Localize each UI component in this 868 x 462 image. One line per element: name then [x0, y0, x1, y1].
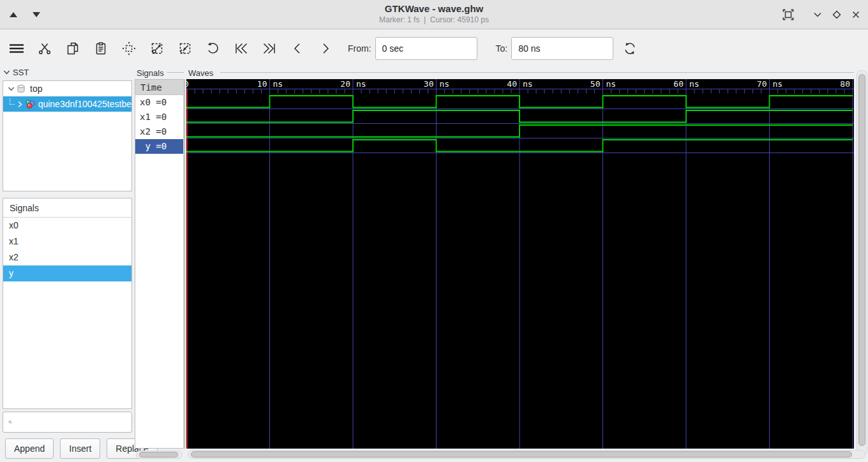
wave-row-x2[interactable]: x2 =0	[135, 124, 183, 139]
time-header[interactable]: Time	[135, 80, 183, 95]
undo-icon	[206, 41, 221, 56]
signal-search[interactable]	[3, 412, 132, 433]
signal-browser-header: Signals	[3, 198, 131, 218]
sst-label: SST	[13, 68, 29, 77]
trace-x0	[186, 96, 853, 108]
reload-button[interactable]	[618, 36, 642, 61]
signal-item-x0[interactable]: x0	[3, 218, 131, 234]
wave-row-x1[interactable]: x1 =0	[135, 110, 183, 124]
from-label: From:	[348, 43, 371, 54]
timeline-tick-20: 20	[308, 79, 350, 89]
close-button[interactable]	[848, 6, 864, 23]
cut-icon	[37, 41, 52, 56]
fit-window-button[interactable]	[780, 6, 797, 23]
timeline-unit: ns	[689, 79, 700, 89]
tree-item-top[interactable]: top	[3, 81, 131, 96]
timeline-tick-80: 80	[808, 79, 850, 89]
timeline-unit: ns	[356, 79, 366, 89]
tree-guide	[10, 98, 15, 105]
copy-button[interactable]	[61, 36, 85, 61]
signal-item-x1[interactable]: x1	[3, 234, 131, 250]
insert-button[interactable]: Insert	[60, 438, 100, 459]
timeline-tick-10: 10	[225, 79, 267, 89]
timeline-unit: ns	[606, 79, 617, 89]
paste-icon	[93, 41, 108, 56]
timeline-tick-0: 0	[186, 79, 189, 89]
timeline-tick-70: 70	[725, 79, 767, 89]
waveform-plot	[186, 79, 854, 449]
timeline-unit: ns	[773, 79, 783, 89]
from-time-input[interactable]	[375, 37, 477, 60]
tree-item-quine3dnf100425testbe[interactable]: quine3dnf100425testbe	[3, 96, 131, 112]
names-hscrollbar[interactable]	[136, 451, 183, 459]
waves-panel-label: Waves	[188, 68, 213, 78]
sst-frame-header[interactable]: SST	[3, 68, 29, 77]
timeline-unit: ns	[440, 79, 450, 89]
go-first-icon	[234, 41, 249, 56]
trace-x1	[186, 110, 853, 123]
chevron-down-icon	[812, 9, 823, 20]
wave-name-column: Time x0 =0x1 =0x2 =0 y =0	[135, 79, 184, 449]
trace-x2	[186, 125, 853, 137]
tree-item-label: quine3dnf100425testbe	[38, 99, 131, 109]
to-time-input[interactable]	[511, 37, 613, 60]
expander-down-icon[interactable]	[6, 84, 16, 94]
go-first-button[interactable]	[229, 36, 253, 61]
append-button[interactable]: Append	[5, 438, 54, 459]
timeline-tick-40: 40	[475, 79, 517, 89]
zoom-in-icon	[149, 41, 165, 56]
zoom-fit-icon	[121, 41, 137, 56]
expander-down-icon	[3, 68, 11, 77]
go-prev-icon	[290, 41, 305, 56]
waves-vscrollbar[interactable]	[857, 70, 867, 456]
waves-hscrollbar[interactable]	[188, 450, 865, 459]
fit-window-icon	[781, 8, 795, 22]
window-title: GTKWave - wave.ghw	[0, 3, 868, 14]
paste-button[interactable]	[89, 36, 113, 61]
search-input[interactable]	[16, 417, 131, 428]
waves-frame-line	[220, 72, 854, 73]
search-icon	[8, 417, 12, 427]
go-prev-button[interactable]	[285, 36, 310, 61]
wave-row-y[interactable]: y =0	[135, 139, 183, 154]
tree-item-label: top	[30, 84, 42, 94]
go-next-button[interactable]	[313, 36, 338, 61]
signal-item-x2[interactable]: x2	[3, 250, 131, 265]
waves-hscrollbar-thumb[interactable]	[191, 451, 852, 458]
zoom-fit-button[interactable]	[117, 36, 141, 61]
zoom-in-button[interactable]	[145, 36, 169, 61]
marker-cursor-status: Marker: 1 fs | Cursor: 45910 ps	[0, 15, 868, 24]
zoom-out-button[interactable]	[173, 36, 197, 61]
timeline-unit: ns	[523, 79, 533, 89]
minimize-button[interactable]	[809, 6, 826, 23]
timeline-tick-50: 50	[558, 79, 601, 89]
close-icon	[850, 9, 862, 20]
names-panel-label: Signals	[137, 68, 164, 78]
signal-browser: Signals x0x1x2y	[3, 198, 132, 409]
zoom-out-icon	[177, 41, 193, 56]
go-next-icon	[318, 41, 333, 56]
sst-tree: topquine3dnf100425testbe	[3, 80, 132, 191]
waves-vscrollbar-thumb[interactable]	[858, 74, 865, 446]
wave-canvas[interactable]: 010ns20ns30ns40ns50ns60ns70ns80ns	[186, 79, 854, 449]
reload-icon	[622, 40, 638, 57]
names-hscrollbar-thumb[interactable]	[139, 452, 178, 458]
module-icon	[24, 99, 36, 109]
diamond-icon	[831, 9, 842, 20]
timeline-unit: ns	[273, 79, 283, 89]
toolbar: From: To:	[0, 30, 868, 66]
go-last-icon	[262, 41, 277, 56]
panel-divider[interactable]	[184, 79, 185, 449]
undo-button[interactable]	[201, 36, 225, 61]
menu-button[interactable]	[4, 36, 29, 61]
cut-button[interactable]	[33, 36, 57, 61]
timeline-tick-30: 30	[392, 79, 434, 89]
wave-row-x0[interactable]: x0 =0	[135, 95, 183, 110]
expander-right-icon[interactable]	[16, 99, 24, 109]
maximize-button[interactable]	[828, 6, 845, 23]
signal-item-y[interactable]: y	[3, 265, 131, 281]
copy-icon	[65, 41, 80, 56]
names-frame-line	[167, 72, 184, 73]
go-last-button[interactable]	[257, 36, 281, 61]
timeline-tick-60: 60	[641, 79, 684, 89]
